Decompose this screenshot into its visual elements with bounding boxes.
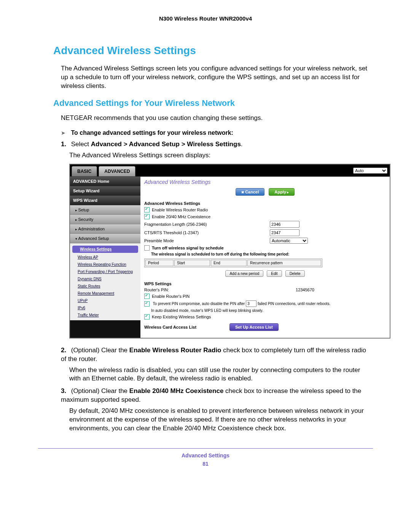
pin-fail-count-input[interactable]	[246, 300, 256, 307]
checkbox-enable-coexistence[interactable]	[144, 214, 150, 219]
router-pin-value: 12345670	[224, 288, 386, 292]
sidebar-advanced-home[interactable]: ADVANCED Home	[70, 177, 140, 186]
apply-button[interactable]: Apply	[269, 188, 295, 196]
tab-advanced[interactable]: ADVANCED	[99, 166, 135, 176]
frag-input[interactable]	[270, 221, 299, 228]
router-pin-label: Router's PIN:	[144, 288, 224, 292]
sidebar-advanced-setup[interactable]: Advanced Setup	[70, 234, 140, 243]
task-lead-text: To change advanced settings for your wir…	[71, 129, 233, 136]
step-3-after: By default, 20/40 MHz coexistence is ena…	[69, 407, 373, 433]
edit-period-button[interactable]: Edit	[267, 270, 282, 277]
step-number: 3.	[61, 387, 69, 396]
step-2-after: When the wireless radio is disabled, you…	[69, 366, 373, 383]
triangle-bullet-icon: ➤	[61, 130, 65, 136]
main-panel: Advanced Wireless Settings Cancel Apply …	[140, 177, 390, 338]
section-wps: WPS Settings	[140, 280, 390, 287]
section-access-list: Wireless Card Access List	[144, 325, 228, 329]
checkbox-auto-disable-pin[interactable]	[144, 301, 150, 307]
step-1-after: The Advanced Wireless Settings screen di…	[69, 151, 373, 160]
sidebar-item-wireless-settings[interactable]: Wireless Settings	[72, 246, 138, 253]
sidebar: ADVANCED Home Setup Wizard WPS Wizard Se…	[70, 177, 140, 338]
sidebar-setup-wizard[interactable]: Setup Wizard	[70, 186, 140, 196]
tab-basic[interactable]: BASIC	[72, 166, 97, 176]
checkbox-keep-existing[interactable]	[144, 314, 150, 320]
th-recurrence: Recurrence pattern	[247, 260, 321, 266]
sidebar-security[interactable]: Security	[70, 215, 140, 224]
auto-select[interactable]: Auto	[353, 167, 387, 174]
section-h1: Advanced Wireless Settings	[38, 45, 373, 57]
intro-paragraph: The Advanced Wireless Settings screen le…	[61, 64, 373, 91]
footer-rule	[38, 448, 373, 449]
checkbox-enable-radio[interactable]	[144, 207, 150, 212]
frag-label: Fragmentation Length (256-2346)	[144, 222, 224, 227]
sidebar-item-dynamic-dns[interactable]: Dynamic DNS	[70, 275, 140, 283]
sidebar-wps-wizard[interactable]: WPS Wizard	[70, 196, 140, 205]
add-period-button[interactable]: Add a new period	[225, 270, 263, 277]
pin-led-note: In auto disabled mode, router's WPS LED …	[140, 308, 390, 313]
footer-label: Advanced Settings	[38, 452, 373, 459]
sidebar-setup[interactable]: Setup	[70, 205, 140, 215]
sidebar-item-traffic-meter[interactable]: Traffic Meter	[70, 312, 140, 319]
cts-label: CTS/RTS Threshold (1-2347)	[144, 230, 224, 235]
doc-header: N300 Wireless Router WNR2000v4	[38, 15, 373, 22]
th-period: Period	[145, 260, 174, 266]
footer-page-number: 81	[38, 461, 373, 467]
th-start: Start	[174, 260, 210, 266]
sidebar-item-upnp[interactable]: UPnP	[70, 297, 140, 304]
section-adv-wireless: Advanced Wireless Settings	[140, 200, 390, 206]
schedule-note: The wireless signal is scheduled to turn…	[140, 251, 390, 257]
caution-text: NETGEAR recommends that you use caution …	[61, 114, 373, 123]
schedule-table: Period Start End Recurrence pattern	[144, 259, 322, 267]
sidebar-item-wireless-ap[interactable]: Wireless AP	[70, 254, 140, 261]
preamble-select[interactable]: Automatic	[270, 238, 308, 244]
pin-compromise-note: To prevent PIN compromise, auto disable …	[140, 300, 390, 308]
preamble-label: Preamble Mode	[144, 238, 224, 243]
sidebar-item-remote-management[interactable]: Remote Management	[70, 290, 140, 297]
step-1: 1. Select Advanced > Advanced Setup > Wi…	[61, 140, 373, 149]
step-2: 2. (Optional) Clear the Enable Wireless …	[61, 346, 373, 364]
checkbox-schedule[interactable]	[144, 245, 150, 251]
sidebar-administration[interactable]: Administration	[70, 224, 140, 234]
th-end: End	[211, 260, 247, 266]
step-3: 3. (Optional) Clear the Enable 20/40 MHz…	[61, 387, 373, 404]
setup-access-list-button[interactable]: Set Up Access List	[229, 323, 279, 331]
sidebar-item-static-routes[interactable]: Static Routes	[70, 283, 140, 290]
sidebar-item-ipv6[interactable]: IPv6	[70, 304, 140, 312]
sidebar-item-port-forwarding[interactable]: Port Forwarding / Port Triggering	[70, 268, 140, 275]
checkbox-enable-pin[interactable]	[144, 294, 150, 299]
section-h2: Advanced Settings for Your Wireless Netw…	[38, 98, 373, 108]
cancel-button[interactable]: Cancel	[236, 188, 265, 196]
cts-input[interactable]	[270, 229, 299, 236]
step-number: 1.	[61, 140, 69, 149]
router-ui-screenshot: BASIC ADVANCED Auto ADVANCED Home Setup …	[69, 164, 390, 339]
panel-title: Advanced Wireless Settings	[140, 177, 390, 187]
step-number: 2.	[61, 346, 69, 355]
sidebar-item-wireless-repeating[interactable]: Wireless Repeating Function	[70, 261, 140, 268]
delete-period-button[interactable]: Delete	[285, 270, 305, 277]
task-lead: ➤ To change advanced settings for your w…	[61, 129, 373, 136]
